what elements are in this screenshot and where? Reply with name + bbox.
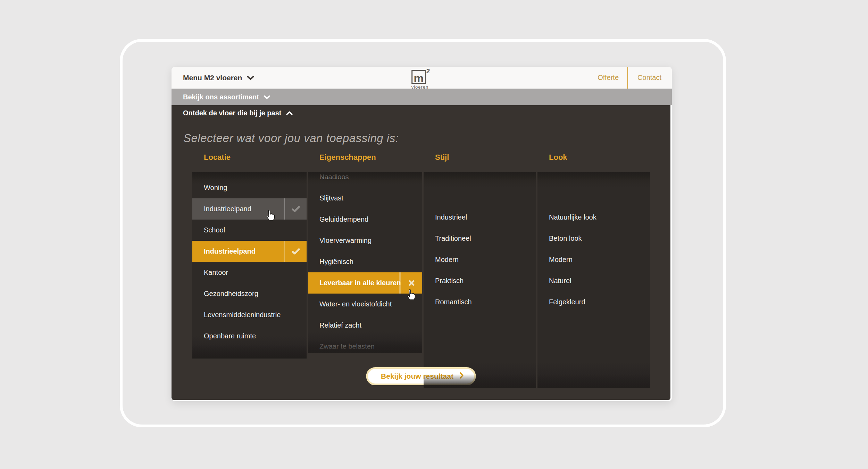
filter-option-label: Hygiënisch: [319, 258, 353, 266]
filter-option[interactable]: Romantisch: [424, 291, 536, 313]
chevron-up-icon: [286, 109, 293, 117]
chevron-right-icon: [460, 372, 464, 380]
intro-heading: Selecteer wat voor jou van toepassing is…: [183, 132, 399, 145]
logo-superscript: 2: [426, 67, 430, 75]
show-result-label: Bekijk jouw resultaat: [381, 372, 453, 380]
discover-label: Ontdek de vloer die bij je past: [183, 109, 281, 117]
filter-option[interactable]: Praktisch: [424, 270, 536, 291]
filter-option[interactable]: Naadloos: [308, 172, 422, 188]
column-option-list: WoningIndustrieelpandSchoolIndustrieelpa…: [192, 172, 307, 359]
filter-option[interactable]: Water- en vloeistofdicht: [308, 294, 422, 315]
filter-option-label: Kantoor: [204, 269, 228, 277]
column-title: Locatie: [204, 153, 307, 172]
filter-option[interactable]: Beton look: [537, 228, 650, 249]
filter-option-label: Naadloos: [319, 173, 349, 181]
filter-option-label: Leverbaar in alle kleuren: [319, 279, 401, 287]
filter-option[interactable]: Kantoor: [192, 262, 307, 283]
filter-option[interactable]: Relatief zacht: [308, 315, 422, 336]
filter-option-label: Romantisch: [435, 298, 472, 306]
filter-option-label: Beton look: [549, 234, 582, 242]
filter-option-label: Openbare ruimte: [204, 332, 256, 340]
show-result-button[interactable]: Bekijk jouw resultaat: [366, 367, 476, 385]
filter-option[interactable]: Slijtvast: [308, 188, 422, 209]
filter-option[interactable]: Modern: [424, 249, 536, 270]
chevron-down-icon: [247, 74, 254, 82]
filter-column-locatie: LocatieWoningIndustrieelpandSchoolIndust…: [192, 153, 307, 388]
filter-option-label: Woning: [204, 184, 227, 192]
filter-option[interactable]: Geluiddempend: [308, 209, 422, 230]
column-option-list: Natuurlijke lookBeton lookModernNaturelF…: [537, 172, 650, 388]
site-card: Menu M2 vloeren m 2 vloeren Offerte Cont…: [172, 67, 672, 401]
filter-option-label: Levensmiddelenindustrie: [204, 311, 281, 319]
filter-option-label: Water- en vloeistofdicht: [319, 300, 392, 308]
site-header: Menu M2 vloeren m 2 vloeren Offerte Cont…: [172, 67, 672, 89]
column-title: Eigenschappen: [319, 153, 422, 172]
filter-option-label: Vloerverwarming: [319, 237, 372, 245]
filter-option-label: Felgekleurd: [549, 298, 585, 306]
filter-option[interactable]: Natuurlijke look: [537, 207, 650, 228]
filter-option-label: Modern: [549, 256, 573, 264]
filter-option[interactable]: Hygiënisch: [308, 251, 422, 272]
column-option-list: IndustrieelTraditioneelModernPraktischRo…: [424, 172, 536, 388]
filter-option-label: Gezondheidszorg: [204, 290, 258, 298]
discover-accordion-toggle[interactable]: Ontdek de vloer die bij je past: [172, 105, 670, 121]
page-background: Menu M2 vloeren m 2 vloeren Offerte Cont…: [0, 0, 868, 469]
filter-column-look: LookNatuurlijke lookBeton lookModernNatu…: [537, 153, 650, 388]
filter-option-label: Industrieel: [435, 213, 467, 221]
filter-option-label: Industrieelpand: [204, 247, 256, 255]
filter-column-eigenschappen: EigenschappenNaadloosSlijtvastGeluiddemp…: [308, 153, 422, 388]
logo-m-box: m: [411, 70, 426, 84]
filter-option-label: Geluiddempend: [319, 215, 368, 223]
floor-finder-panel: Ontdek de vloer die bij je past Selectee…: [172, 105, 670, 400]
filter-option-label: Industrieelpand: [204, 205, 251, 213]
filter-option-label: Natuurlijke look: [549, 213, 596, 221]
filter-option[interactable]: Felgekleurd: [537, 291, 650, 313]
main-menu-toggle[interactable]: Menu M2 vloeren: [183, 74, 254, 82]
filter-option[interactable]: Industrieelpand: [192, 241, 307, 262]
main-menu-label: Menu M2 vloeren: [183, 74, 242, 82]
filter-option[interactable]: Gezondheidszorg: [192, 283, 307, 304]
filter-option[interactable]: Zwaar te belasten: [308, 336, 422, 353]
offerte-link[interactable]: Offerte: [598, 67, 627, 89]
filter-option[interactable]: Industrieelpand: [192, 198, 307, 220]
filter-option-label: School: [204, 226, 225, 234]
logo-caption: vloeren: [411, 84, 429, 90]
column-title: Stijl: [435, 153, 536, 172]
filter-option[interactable]: Industrieel: [424, 207, 536, 228]
header-links: Offerte Contact: [598, 67, 672, 89]
filter-option-label: Relatief zacht: [319, 321, 361, 329]
filter-option-label: Naturel: [549, 277, 571, 285]
filter-columns: LocatieWoningIndustrieelpandSchoolIndust…: [192, 153, 650, 388]
filter-option-label: Slijtvast: [319, 194, 343, 202]
filter-option-label: Traditioneel: [435, 234, 471, 242]
filter-option[interactable]: Woning: [192, 177, 307, 198]
filter-option[interactable]: Levensmiddelenindustrie: [192, 304, 307, 326]
filter-option[interactable]: Naturel: [537, 270, 650, 291]
column-option-list: NaadloosSlijtvastGeluiddempendVloerverwa…: [308, 172, 422, 353]
assortment-label: Bekijk ons assortiment: [183, 93, 259, 101]
check-icon: [284, 241, 307, 262]
filter-column-stijl: StijlIndustrieelTraditioneelModernPrakti…: [424, 153, 536, 388]
filter-option[interactable]: School: [192, 220, 307, 241]
assortment-accordion-toggle[interactable]: Bekijk ons assortiment: [172, 89, 672, 105]
filter-option[interactable]: Openbare ruimte: [192, 326, 307, 347]
filter-option[interactable]: Leverbaar in alle kleuren: [308, 272, 422, 294]
filter-option[interactable]: Vloerverwarming: [308, 230, 422, 251]
filter-option-label: Modern: [435, 256, 459, 264]
filter-option[interactable]: Traditioneel: [424, 228, 536, 249]
filter-option[interactable]: Modern: [537, 249, 650, 270]
column-title: Look: [549, 153, 650, 172]
filter-option-label: Praktisch: [435, 277, 464, 285]
contact-link[interactable]: Contact: [628, 67, 672, 89]
filter-option-label: Zwaar te belasten: [319, 343, 375, 351]
check-icon: [284, 198, 307, 220]
chevron-down-icon: [264, 93, 270, 101]
remove-selection-icon[interactable]: [399, 272, 422, 294]
m2-vloeren-logo[interactable]: m 2 vloeren: [411, 70, 432, 90]
